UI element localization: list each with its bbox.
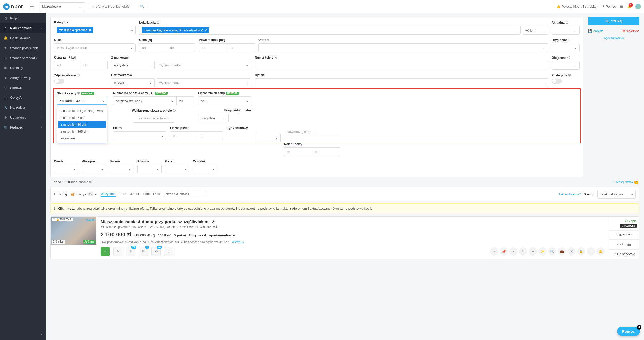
- rok-od[interactable]: [284, 147, 312, 156]
- oferent-select[interactable]: ⌄: [258, 43, 548, 52]
- rok-do[interactable]: [312, 147, 340, 156]
- min-obnizka-input[interactable]: [177, 96, 194, 105]
- sidebar-item-płatności[interactable]: 🛒Płatności‹: [0, 122, 46, 132]
- help-float-button[interactable]: Pomoc 5: [617, 327, 640, 336]
- dropdown-option[interactable]: z ostatnich 365 dni: [58, 128, 106, 135]
- cena-do[interactable]: [167, 43, 195, 52]
- numer-telefonu-input[interactable]: [255, 61, 548, 69]
- logo[interactable]: nbot: [3, 3, 23, 10]
- searches-link[interactable]: Wyszukiwania: [588, 36, 639, 40]
- more-link[interactable]: więcej »: [232, 240, 244, 244]
- sidebar-item-schowki[interactable]: ♡Schowki: [0, 83, 46, 93]
- aktualna-select[interactable]: ⌄: [552, 26, 580, 35]
- bell-icon[interactable]: 🔔: [596, 247, 605, 256]
- listing-image[interactable]: ☐ 🔒 15167541 otodom D: 3 mies. A: 9 min.: [51, 217, 96, 245]
- listing-source[interactable]: otodom: [86, 218, 95, 221]
- tab-7-dni[interactable]: 7 dni: [143, 192, 150, 197]
- tab-30-dni[interactable]: 30 dni: [130, 192, 139, 197]
- pin-icon[interactable]: 📌: [500, 247, 508, 256]
- compass-icon[interactable]: ✦: [529, 247, 537, 256]
- sidebar-item-kontakty[interactable]: ▣Kontakty: [0, 63, 46, 73]
- min-obnizka-select[interactable]: od pierwszej ceny⌄: [113, 96, 177, 105]
- avatar[interactable]: [635, 4, 641, 9]
- ogrodek-select[interactable]: ⌄: [193, 165, 217, 173]
- edit-chip[interactable]: ✎: [113, 247, 122, 256]
- sidebar-item-pulpit[interactable]: ◷Pulpit: [0, 13, 46, 23]
- liczba-zmian-select[interactable]: od 2⌄: [198, 96, 251, 105]
- zdjecia-wlasne-toggle[interactable]: [54, 79, 64, 84]
- wielopoz-select[interactable]: ⌄: [82, 165, 106, 173]
- pow-do[interactable]: [227, 43, 255, 52]
- check-chip[interactable]: ✓: [101, 247, 110, 256]
- save-button[interactable]: 💾Zapisz: [588, 29, 603, 33]
- obnizka-select[interactable]: z ostatnich 30 dni⌄ z ostatnich 24 godzi…: [57, 97, 107, 105]
- piwnica-select[interactable]: ⌄: [137, 165, 162, 173]
- sidebar-collapse[interactable]: ‹: [0, 329, 46, 340]
- dropdown-option[interactable]: z ostatnich 24 godzin (nowe): [58, 107, 106, 114]
- search-icon-button[interactable]: 🔍: [137, 3, 147, 10]
- rynek-select[interactable]: ⌄: [255, 78, 548, 87]
- notifications-button[interactable]: 🔔 1: [627, 5, 631, 8]
- cenam2-do[interactable]: [81, 61, 108, 69]
- share-chip[interactable]: ⚘21: [126, 247, 135, 256]
- remove-tag-icon[interactable]: ✕: [89, 28, 91, 32]
- tab-dziś[interactable]: Dziś: [153, 192, 160, 197]
- dropdown-option[interactable]: wszystkie: [58, 135, 106, 142]
- pen-icon[interactable]: ✎: [519, 247, 527, 256]
- wand-icon[interactable]: ✨: [538, 247, 547, 256]
- date-filter-input[interactable]: [163, 191, 206, 197]
- search-button[interactable]: 🔍Szukaj: [588, 17, 639, 25]
- bez-wybierz-marker-select[interactable]: wybierz marker⌄: [157, 78, 251, 87]
- expand-chip[interactable]: ⤢: [164, 247, 173, 256]
- close-icon[interactable]: ✕: [587, 247, 595, 256]
- calendar-icon[interactable]: ▦: [620, 5, 623, 8]
- fragmenty-select[interactable]: wszystkie⌄: [198, 114, 229, 122]
- lokalizacja-select[interactable]: mazowieckie, Warszawa, Ochota (dzielnica…: [139, 26, 521, 35]
- dropdown-option[interactable]: z ostatnich 7 dni: [58, 114, 106, 121]
- checkbox-icon[interactable]: ☐: [53, 218, 55, 221]
- sidebar-item-szanse-pozyskania[interactable]: 👁Szanse pozyskania: [0, 43, 46, 53]
- balkon-select[interactable]: ⌄: [110, 165, 134, 173]
- bez-markerow-select[interactable]: wszystkie⌄: [111, 78, 155, 87]
- winda-select[interactable]: ⌄: [54, 165, 78, 173]
- help-link[interactable]: ？Pomoc: [601, 4, 616, 9]
- offer-search-input[interactable]: [89, 3, 137, 10]
- pietro-select[interactable]: ⌄: [113, 131, 166, 140]
- lock-icon[interactable]: 🔒: [577, 247, 585, 256]
- sidebar-item-opisy-ai[interactable]: 🗨Opisy AI: [0, 93, 46, 103]
- search-icon[interactable]: 🔍: [548, 247, 556, 256]
- fragmenty-input[interactable]: [284, 128, 340, 136]
- pieter-od[interactable]: [170, 131, 197, 140]
- garaz-select[interactable]: ⌄: [165, 165, 189, 173]
- check-icon[interactable]: ✓: [509, 247, 517, 256]
- sidebar-item-narzędzia[interactable]: 🔧Narzędzia‹: [0, 103, 46, 112]
- phone-button[interactable]: 516 *** ***: [609, 230, 639, 239]
- fewer-filters-link[interactable]: ⌃Mniej filtrów 3: [612, 180, 638, 184]
- hamburger-icon[interactable]: ☰: [27, 2, 36, 12]
- briefcase-icon[interactable]: 💼: [558, 247, 566, 256]
- oryginalna-select[interactable]: ⌄: [552, 44, 580, 52]
- refresh-chip[interactable]: ⟲24: [151, 247, 161, 256]
- remove-tag-icon[interactable]: ✕: [205, 29, 207, 32]
- sidebar-item-alerty-prowizji[interactable]: ▲Alerty prowizji: [0, 73, 46, 83]
- sort-select[interactable]: najaktualniejsze ⌄: [597, 190, 636, 199]
- source-button[interactable]: ⓘŹródło: [609, 239, 639, 249]
- tab-wszystkie[interactable]: Wszystkie: [101, 192, 116, 197]
- clear-button[interactable]: 🗑Wyczyść: [622, 29, 639, 33]
- pieter-do[interactable]: [197, 131, 223, 140]
- sidebar-item-szanse-sprzedaży[interactable]: $Szanse sprzedaży: [0, 53, 46, 63]
- dropdown-option[interactable]: z ostatnich 30 dni: [58, 121, 106, 128]
- ulica-select[interactable]: wpisz i wybierz ulicę⌄: [54, 43, 136, 52]
- how-sort-link[interactable]: Jak sortujemy?: [558, 192, 581, 196]
- obejrzana-select[interactable]: ⌄: [552, 61, 580, 70]
- copy-chip[interactable]: ⎘1: [139, 247, 148, 256]
- sidebar-item-ustawienia[interactable]: ⚙Ustawienia‹: [0, 112, 46, 122]
- cena-od[interactable]: [139, 43, 167, 52]
- clock-icon[interactable]: 🕒: [567, 247, 576, 256]
- puste-pola-toggle[interactable]: [552, 79, 562, 84]
- mail-icon[interactable]: ✉: [490, 247, 498, 256]
- typ-zabudowy-select[interactable]: ⌄: [255, 134, 281, 142]
- region-select[interactable]: Mazowieckie ⌄: [39, 2, 85, 11]
- basket-button[interactable]: 🧺Koszyk 15 ▼: [71, 192, 97, 196]
- lokalizacja-km-select[interactable]: +0 km ⌄: [523, 26, 548, 35]
